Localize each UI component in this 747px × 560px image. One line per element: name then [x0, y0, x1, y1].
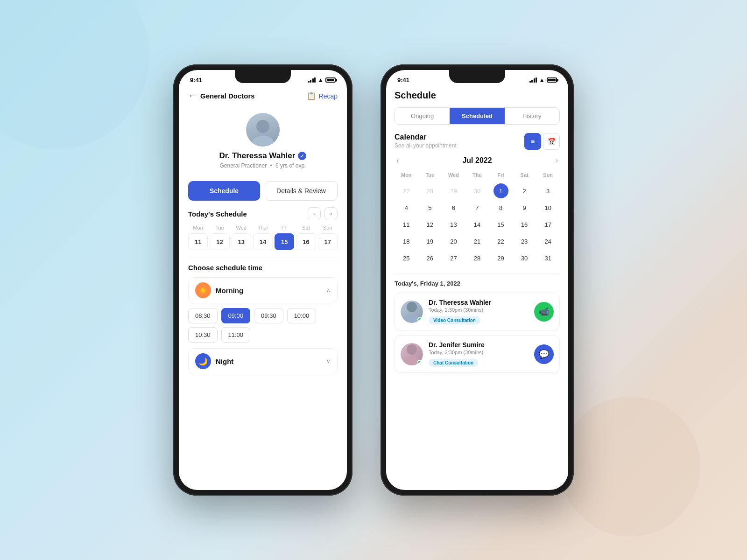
slot-0830[interactable]: 08:30: [188, 308, 218, 323]
status-icons-left: ▲: [308, 77, 336, 84]
svg-point-1: [407, 302, 417, 312]
svg-point-0: [256, 120, 269, 133]
slot-1100[interactable]: 11:00: [221, 327, 251, 343]
doctor-name-display: Dr. Theressa Wahler ✓: [219, 151, 307, 161]
doctor-profile: Dr. Theressa Wahler ✓ General Practioner…: [188, 108, 338, 175]
morning-header[interactable]: ☀️ Morning ∧: [188, 277, 338, 303]
appt-badge-2: Chat Consultation: [429, 359, 478, 367]
slot-0930[interactable]: 09:30: [254, 308, 283, 323]
schedule-tabs: Ongoing Scheduled History: [395, 107, 560, 125]
appt-name-2: Dr. Jenifer Sumire: [429, 341, 529, 349]
slot-0900[interactable]: 09:00: [221, 308, 251, 323]
next-week-button[interactable]: ›: [324, 207, 338, 220]
calendar-section: Calendar See all your appointment ≡ 📅 ‹ …: [395, 133, 560, 266]
chat-button-2[interactable]: 💬: [534, 344, 554, 364]
time-right: 9:41: [397, 77, 409, 84]
todays-schedule-title: Today's Schedule: [188, 210, 247, 218]
appointment-1: Dr. Theressa Wahler Today, 2:30pm (30min…: [395, 293, 560, 330]
slot-1000[interactable]: 10:00: [287, 308, 317, 323]
month-display: Jul 2022: [462, 156, 492, 165]
date-14[interactable]: 14: [253, 233, 273, 250]
morning-time-slots: 08:30 09:00 09:30 10:00 10:30 11:00: [188, 308, 338, 343]
schedule-nav-arrows: ‹ ›: [308, 207, 338, 220]
nav-bar: ← General Doctors 📋 Recap: [188, 86, 338, 105]
appt-badge-1: Video Consultation: [429, 316, 480, 324]
cal-week-4: 18 19 20 21 22 23 24: [395, 234, 560, 249]
prev-week-button[interactable]: ‹: [308, 207, 321, 220]
tab-history[interactable]: History: [505, 108, 559, 124]
cal-day-headers: Mon Tue Wed Thu Fri Sat Sun: [395, 170, 560, 180]
tab-ongoing[interactable]: Ongoing: [395, 108, 450, 124]
divider: [188, 258, 338, 258]
notch-right: [449, 70, 505, 83]
recap-icon: 📋: [307, 91, 316, 100]
appt-time-1: Today, 2:30pm (30mins): [429, 307, 529, 313]
notch-left: [235, 70, 291, 83]
cal-week-1: 27 28 29 30 1 2 3: [395, 183, 560, 198]
next-month-button[interactable]: ›: [556, 156, 558, 165]
date-15[interactable]: 15: [275, 233, 294, 250]
left-screen: ← General Doctors 📋 Recap: [179, 86, 347, 488]
wifi-icon-right: ▲: [539, 77, 545, 84]
date-12[interactable]: 12: [210, 233, 229, 250]
status-icons-right: ▲: [529, 77, 557, 84]
date-13[interactable]: 13: [232, 233, 251, 250]
choose-schedule-title: Choose schedule time: [188, 264, 338, 272]
left-phone: 9:41 ▲ ← General Doctors 📋: [173, 64, 352, 496]
page-title-left: General Doctors: [200, 92, 255, 100]
grid-view-button[interactable]: 📅: [543, 133, 560, 150]
battery-icon-right: [547, 77, 557, 83]
time-left: 9:41: [190, 77, 202, 84]
list-view-button[interactable]: ≡: [524, 133, 541, 150]
schedule-section-header: Today's Schedule ‹ ›: [188, 207, 338, 220]
cal-week-2: 4 5 6 7 8 9 10: [395, 200, 560, 215]
details-review-button[interactable]: Details & Review: [265, 181, 338, 201]
svg-point-2: [407, 344, 417, 355]
appointments-section: Today's, Friday 1, 2022 Dr. There: [395, 280, 560, 373]
schedule-button[interactable]: Schedule: [188, 181, 260, 201]
appt-avatar-1: [401, 301, 423, 323]
night-section: 🌙 Night ∨: [188, 348, 338, 374]
recap-button[interactable]: 📋 Recap: [307, 91, 338, 100]
avatar: [246, 113, 280, 147]
signal-icon: [308, 77, 316, 83]
signal-icon-right: [529, 77, 537, 83]
battery-icon: [325, 77, 336, 83]
appt-time-2: Today, 2:30pm (30mins): [429, 350, 529, 355]
cal-day-1[interactable]: 1: [493, 183, 508, 198]
action-buttons: Schedule Details & Review: [188, 181, 338, 201]
month-nav: ‹ Jul 2022 ›: [395, 156, 560, 165]
appt-divider: [395, 273, 560, 273]
prev-month-button[interactable]: ‹: [396, 156, 399, 165]
morning-section: ☀️ Morning ∧ 08:30 09:00 09:30 10:00 10:…: [188, 277, 338, 343]
back-button[interactable]: ←: [188, 91, 197, 101]
appt-info-2: Dr. Jenifer Sumire Today, 2:30pm (30mins…: [429, 341, 529, 367]
night-label: Night: [216, 357, 233, 365]
night-chevron: ∨: [326, 358, 331, 364]
calendar-grid: Mon Tue Wed Thu Fri Sat Sun 27 28 29 30: [395, 170, 560, 266]
right-phone: 9:41 ▲ Schedule Ongoing Scheduled Histor…: [381, 64, 574, 496]
date-11[interactable]: 11: [188, 233, 208, 250]
view-toggles: ≡ 📅: [524, 133, 560, 150]
morning-icon: ☀️: [195, 282, 211, 298]
night-header[interactable]: 🌙 Night ∨: [188, 348, 338, 374]
doctor-meta: General Practioner • 6 yrs of exp.: [220, 162, 306, 169]
date-17[interactable]: 17: [318, 233, 338, 250]
date-16[interactable]: 16: [296, 233, 316, 250]
online-indicator-1: [417, 317, 422, 322]
right-screen: Schedule Ongoing Scheduled History Calen…: [386, 90, 568, 373]
appt-avatar-2: [401, 343, 423, 365]
tab-scheduled[interactable]: Scheduled: [450, 108, 504, 124]
wifi-icon: ▲: [317, 77, 324, 84]
night-icon: 🌙: [195, 353, 211, 369]
slot-1030[interactable]: 10:30: [188, 327, 218, 343]
page-title-right: Schedule: [395, 90, 560, 101]
appointment-2: Dr. Jenifer Sumire Today, 2:30pm (30mins…: [395, 335, 560, 373]
recap-label: Recap: [319, 92, 338, 100]
video-call-button-1[interactable]: 📹: [534, 302, 554, 322]
cal-week-5: 25 26 27 28 29 30 31: [395, 251, 560, 266]
calendar-title: Calendar: [395, 133, 457, 141]
morning-label: Morning: [216, 287, 243, 294]
verified-badge: ✓: [298, 152, 306, 160]
calendar-subtitle: See all your appointment: [395, 142, 457, 149]
